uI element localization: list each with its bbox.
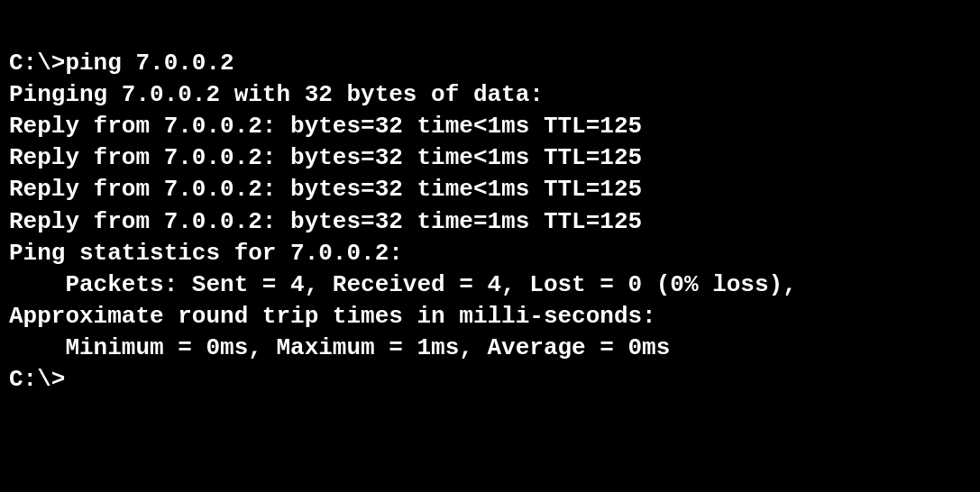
stats-header: Ping statistics for 7.0.0.2: (9, 238, 971, 269)
reply-2: Reply from 7.0.0.2: bytes=32 time<1ms TT… (9, 142, 971, 174)
pinging-line: Pinging 7.0.0.2 with 32 bytes of data: (9, 79, 971, 111)
terminal-window: C:\>ping 7.0.0.2Pinging 7.0.0.2 with 32 … (0, 0, 980, 492)
reply-4: Reply from 7.0.0.2: bytes=32 time=1ms TT… (9, 206, 971, 238)
prompt-line: C:\> (9, 364, 971, 396)
command-line: C:\>ping 7.0.0.2 (9, 48, 971, 79)
approx-line: Approximate round trip times in milli-se… (9, 301, 971, 333)
reply-3: Reply from 7.0.0.2: bytes=32 time<1ms TT… (9, 174, 971, 205)
packets-line: Packets: Sent = 4, Received = 4, Lost = … (9, 269, 971, 301)
reply-1: Reply from 7.0.0.2: bytes=32 time<1ms TT… (9, 111, 971, 142)
minmax-line: Minimum = 0ms, Maximum = 1ms, Average = … (9, 333, 971, 364)
